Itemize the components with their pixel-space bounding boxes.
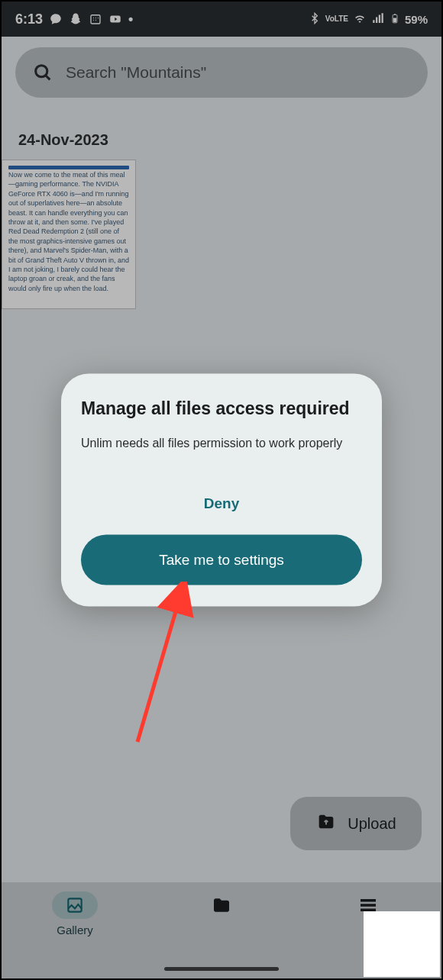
search-input[interactable] xyxy=(66,63,411,82)
svg-point-5 xyxy=(36,66,47,77)
svg-rect-3 xyxy=(394,14,396,15)
deny-button[interactable]: Deny xyxy=(81,483,362,524)
youtube-icon xyxy=(108,12,122,26)
image-thumbnail[interactable]: Now we come to the meat of this meal—gam… xyxy=(2,160,136,309)
gallery-icon xyxy=(52,891,98,919)
search-bar[interactable] xyxy=(15,47,428,98)
folder-icon xyxy=(199,891,244,919)
thumbnail-text: Now we come to the meat of this meal—gam… xyxy=(8,170,129,293)
svg-line-7 xyxy=(137,591,182,742)
annotation-arrow xyxy=(122,582,206,750)
dialog-title: Manage all files access required xyxy=(81,398,362,419)
volte-label: VoLTE xyxy=(325,15,348,23)
search-icon xyxy=(32,62,53,83)
take-me-to-settings-button[interactable]: Take me to settings xyxy=(81,535,362,585)
permission-dialog: Manage all files access required Unlim n… xyxy=(61,374,382,607)
status-right: VoLTE 59% xyxy=(309,11,428,28)
section-date: 24-Nov-2023 xyxy=(18,131,428,149)
home-indicator[interactable] xyxy=(164,967,279,971)
battery-pct: 59% xyxy=(405,13,428,26)
nav-gallery-label: Gallery xyxy=(57,924,93,936)
snapchat-icon xyxy=(69,12,82,26)
nav-folder[interactable] xyxy=(148,891,295,919)
status-more-dot: • xyxy=(128,11,133,27)
upload-label: Upload xyxy=(348,815,396,833)
upload-button[interactable]: Upload xyxy=(290,797,422,850)
bluetooth-icon xyxy=(309,12,321,27)
gallery-content: 24-Nov-2023 Now we come to the meat of t… xyxy=(2,131,441,309)
wifi-icon xyxy=(353,11,367,27)
svg-rect-4 xyxy=(393,18,396,22)
nav-gallery[interactable]: Gallery xyxy=(2,891,148,936)
search-section xyxy=(2,37,441,116)
chat-icon xyxy=(49,12,63,26)
white-corner-patch xyxy=(364,911,440,977)
dialog-body: Unlim needs all files permission to work… xyxy=(81,434,362,453)
clock: 6:13 xyxy=(15,11,43,27)
battery-icon xyxy=(390,11,400,28)
upload-folder-icon xyxy=(315,811,337,837)
status-left: 6:13 • xyxy=(15,11,133,27)
status-bar: 6:13 • VoLTE 59% xyxy=(2,2,441,37)
svg-rect-0 xyxy=(91,15,100,24)
calendar-icon xyxy=(89,12,102,26)
signal-icon xyxy=(371,11,385,27)
